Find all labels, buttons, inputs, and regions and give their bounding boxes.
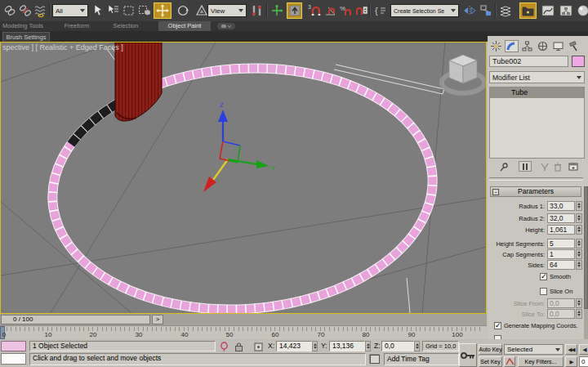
use-pivot-point-center-icon[interactable] xyxy=(249,2,265,19)
mirror-icon[interactable] xyxy=(461,2,477,19)
parameters-rollout-header[interactable]: - Parameters xyxy=(490,186,581,197)
default-tangent-icon[interactable] xyxy=(504,356,515,367)
modifier-list-dropdown[interactable]: Modifier List xyxy=(489,71,585,83)
window-crossing-icon[interactable] xyxy=(136,2,152,19)
current-frame-field[interactable]: 0 xyxy=(579,356,588,367)
sides-field[interactable]: 64 xyxy=(547,260,575,270)
selection-filter-dropdown[interactable]: All xyxy=(52,4,88,17)
y-coordinate-field[interactable]: 13,136 xyxy=(329,341,365,351)
height-segments-spinner[interactable] xyxy=(576,239,582,248)
maxscript-mini-recorder[interactable] xyxy=(1,341,26,351)
make-unique-icon[interactable] xyxy=(538,161,551,172)
keyboard-shortcut-override-icon[interactable] xyxy=(287,2,302,19)
select-object-icon[interactable] xyxy=(90,2,105,19)
maxscript-mini-listener[interactable] xyxy=(1,353,26,365)
graphite-ribbon-toggle-icon[interactable] xyxy=(519,2,537,19)
manage-layers-icon[interactable] xyxy=(498,2,514,19)
angle-snap-toggle-icon[interactable] xyxy=(323,2,338,19)
height-segments-field[interactable]: 5 xyxy=(547,239,575,248)
tick-label: 50 xyxy=(221,331,238,338)
open-listener-window-icon[interactable] xyxy=(369,353,381,367)
y-spinner[interactable] xyxy=(365,341,371,351)
ribbon-tab-freeform[interactable]: Freeform xyxy=(59,21,95,31)
viewport-canvas[interactable]: Z Y xyxy=(1,43,486,313)
ribbon-tab-object-paint[interactable]: Object Paint xyxy=(158,21,211,31)
key-mode-dropdown[interactable]: Selected xyxy=(504,344,564,355)
panel-scrollbar[interactable] xyxy=(584,186,588,342)
time-slider-handle[interactable]: 0 / 100 xyxy=(1,315,150,324)
auto-key-button[interactable]: Auto Key xyxy=(479,344,502,355)
radius1-spinner[interactable] xyxy=(576,201,582,211)
key-mode-value: Selected xyxy=(505,346,555,353)
modify-tab-icon[interactable] xyxy=(505,40,519,52)
cap-segments-spinner[interactable] xyxy=(576,249,582,259)
select-and-rotate-icon[interactable] xyxy=(174,2,192,19)
ribbon-tab-bar: Modeling Tools Freeform Selection Object… xyxy=(0,21,588,31)
cap-segments-field[interactable]: 1 xyxy=(547,249,575,259)
modifier-stack: Tube xyxy=(489,87,585,159)
create-tab-icon[interactable] xyxy=(489,40,503,52)
remove-modifier-icon[interactable] xyxy=(551,161,564,172)
reference-coordinate-system-dropdown[interactable]: View xyxy=(207,4,247,17)
key-mode-toggle-button[interactable]: ▶ xyxy=(565,356,577,367)
track-bar[interactable]: 0 10 20 30 40 50 60 70 80 90 100 xyxy=(0,325,487,339)
slice-on-checkbox[interactable] xyxy=(540,288,547,295)
object-color-swatch[interactable] xyxy=(572,56,585,67)
set-keys-button[interactable] xyxy=(459,343,477,367)
unlink-selection-icon[interactable] xyxy=(17,2,33,19)
display-tab-icon[interactable] xyxy=(551,40,565,52)
radius2-spinner[interactable] xyxy=(576,213,582,223)
panel-scrollbar-thumb[interactable] xyxy=(584,186,588,309)
param-row: Height: 1,061 xyxy=(488,225,585,236)
key-filters-button[interactable]: Key Filters... xyxy=(518,356,564,367)
object-name-field[interactable]: Tube002 xyxy=(489,56,568,67)
smooth-checkbox[interactable]: ✓ xyxy=(540,273,547,280)
select-and-move-icon[interactable] xyxy=(154,2,172,19)
show-end-result-icon[interactable] xyxy=(519,161,532,172)
align-icon[interactable] xyxy=(478,2,493,19)
hierarchy-tab-icon[interactable] xyxy=(520,40,534,52)
viewport-label[interactable]: spective ] [ Realistic + Edged Faces ] xyxy=(2,43,123,51)
x-spinner[interactable] xyxy=(312,341,318,351)
ribbon-tab-selection[interactable]: Selection xyxy=(109,21,142,31)
pin-stack-icon[interactable] xyxy=(497,161,510,172)
set-key-button[interactable]: Set Key xyxy=(479,356,502,367)
height-field[interactable]: 1,061 xyxy=(547,225,575,235)
collapse-icon[interactable]: - xyxy=(492,189,499,195)
ribbon-options-menu[interactable] xyxy=(217,23,235,29)
previous-frame-button[interactable]: ◀ xyxy=(579,344,588,355)
ribbon-tab-modeling-tools[interactable]: Modeling Tools xyxy=(0,21,46,31)
motion-tab-icon[interactable] xyxy=(536,40,550,52)
rectangular-selection-region-icon[interactable] xyxy=(121,2,136,19)
z-coordinate-field[interactable]: 0,0 xyxy=(381,341,414,351)
schematic-view-icon[interactable] xyxy=(557,2,574,19)
generate-mapping-checkbox[interactable]: ✓ xyxy=(494,322,501,329)
snaps-toggle-3d-icon[interactable]: 3 xyxy=(306,2,322,19)
perspective-viewport[interactable]: Z Y specti xyxy=(0,42,487,314)
named-selection-sets-dropdown[interactable]: Create Selection Se xyxy=(390,4,459,17)
percent-snap-toggle-icon[interactable]: % xyxy=(338,2,354,19)
select-and-link-icon[interactable] xyxy=(2,2,17,19)
add-time-tag[interactable]: Add Time Tag xyxy=(384,353,459,365)
radius2-field[interactable]: 32,0 xyxy=(547,213,575,223)
next-frame-button[interactable]: > xyxy=(152,315,163,324)
z-label: Z: xyxy=(374,342,381,350)
ref-coord-value: View xyxy=(208,7,238,15)
radius1-field[interactable]: 33,0 xyxy=(547,201,575,211)
sides-spinner[interactable] xyxy=(576,260,582,270)
spinner-snap-toggle-icon[interactable] xyxy=(354,2,369,19)
z-spinner[interactable] xyxy=(414,341,420,351)
select-and-manipulate-icon[interactable] xyxy=(269,2,284,19)
subtab-brush-settings[interactable]: Brush Settings xyxy=(2,32,50,42)
go-to-start-button[interactable]: ◀◀ xyxy=(565,344,577,355)
x-coordinate-field[interactable]: 14,423 xyxy=(276,341,312,351)
material-editor-icon[interactable] xyxy=(575,2,588,19)
bind-to-spacewarp-icon[interactable] xyxy=(33,2,48,19)
select-by-name-icon[interactable] xyxy=(105,2,121,19)
utilities-tab-icon[interactable] xyxy=(567,40,581,52)
configure-modifier-sets-icon[interactable] xyxy=(567,161,580,172)
height-spinner[interactable] xyxy=(576,225,582,235)
stack-item-tube[interactable]: Tube xyxy=(490,87,584,98)
edit-named-selection-sets-icon[interactable]: { xyxy=(372,2,388,19)
curve-editor-icon[interactable] xyxy=(539,2,556,19)
